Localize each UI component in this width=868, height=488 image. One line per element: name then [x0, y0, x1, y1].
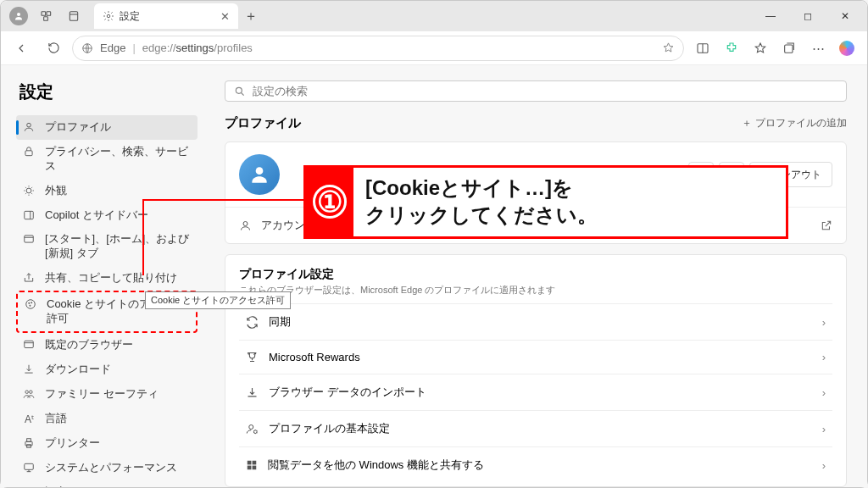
sidebar-item-start-home-newtab[interactable]: [スタート]、[ホーム]、および [新規] タブ — [16, 227, 198, 266]
maximize-button[interactable]: ◻ — [789, 3, 826, 29]
setting-row-import[interactable]: ブラウザー データのインポート› — [239, 374, 832, 410]
sidebar-item-share[interactable]: 共有、コピーして貼り付け — [16, 266, 198, 291]
extensions-icon[interactable] — [718, 35, 745, 62]
windows-icon — [246, 459, 258, 471]
sidebar-item-downloads[interactable]: ダウンロード — [16, 358, 198, 382]
url-separator: | — [132, 42, 135, 54]
minimize-button[interactable]: ― — [752, 3, 789, 29]
sidebar-item-copilot-sidebar[interactable]: Copilot とサイドバー — [16, 203, 198, 228]
profile-heading: プロファイル — [225, 115, 301, 131]
appearance-icon — [23, 185, 36, 197]
svg-rect-16 — [25, 236, 34, 242]
favorite-icon[interactable] — [662, 42, 675, 54]
settings-search-input[interactable] — [253, 85, 837, 97]
download-icon — [23, 363, 36, 375]
sidebar-item-privacy[interactable]: プライバシー、検索、サービス — [16, 140, 198, 179]
svg-rect-4 — [70, 12, 77, 21]
setting-row-sync[interactable]: 同期› — [239, 303, 832, 340]
svg-rect-26 — [25, 442, 32, 446]
profile-avatar — [239, 154, 280, 195]
settings-search[interactable] — [225, 80, 847, 102]
instruction-text: [Cookieとサイト…]を クリックしてください。 — [353, 168, 609, 236]
svg-point-37 — [256, 167, 264, 175]
sidebar-item-system[interactable]: システムとパフォーマンス — [16, 456, 198, 480]
svg-rect-1 — [42, 12, 46, 16]
address-bar-row: Edge | edge://settings/profiles ⋯ — [1, 31, 867, 65]
sidebar-heading: 設定 — [16, 80, 198, 103]
chevron-right-icon: › — [822, 351, 826, 363]
setting-row-windows-share[interactable]: 閲覧データを他の Windows 機能と共有する› — [239, 446, 832, 483]
split-screen-icon[interactable] — [689, 35, 716, 62]
setting-row-rewards[interactable]: Microsoft Rewards› — [239, 340, 832, 374]
svg-point-20 — [31, 302, 32, 303]
close-window-button[interactable]: ✕ — [826, 3, 864, 29]
svg-rect-3 — [44, 17, 48, 21]
back-button[interactable] — [8, 35, 35, 62]
svg-point-11 — [27, 123, 31, 127]
svg-point-38 — [243, 222, 248, 226]
svg-point-6 — [107, 14, 110, 18]
svg-rect-14 — [25, 211, 34, 219]
profile-avatar-button[interactable] — [9, 7, 28, 25]
share-icon — [23, 272, 36, 284]
more-icon[interactable]: ⋯ — [804, 35, 832, 62]
person-gear-icon — [246, 423, 259, 435]
svg-point-24 — [25, 391, 29, 394]
printer-icon — [23, 437, 36, 449]
svg-point-19 — [29, 302, 30, 303]
workspaces-icon[interactable] — [33, 4, 60, 28]
url-brand: Edge — [100, 42, 125, 54]
external-link-icon — [821, 219, 832, 231]
svg-point-21 — [30, 305, 31, 306]
sidebar-item-default-browser[interactable]: 既定のブラウザー — [16, 333, 198, 358]
svg-rect-10 — [785, 45, 793, 53]
url-path: edge://settings/profiles — [142, 42, 655, 54]
svg-rect-22 — [25, 341, 34, 347]
browser-tab-settings[interactable]: 設定 ✕ — [94, 3, 238, 29]
family-icon — [23, 388, 36, 400]
setting-row-basic[interactable]: プロファイルの基本設定› — [239, 410, 832, 446]
profile-nav-icon — [23, 121, 36, 133]
tab-title: 設定 — [120, 9, 140, 24]
sidebar-item-reset[interactable]: 設定のリセット — [16, 480, 198, 487]
sidebar-item-family[interactable]: ファミリー セーフティ — [16, 382, 198, 407]
svg-rect-42 — [253, 461, 257, 465]
refresh-button[interactable] — [40, 35, 67, 62]
svg-point-25 — [30, 391, 33, 394]
close-tab-icon[interactable]: ✕ — [220, 10, 230, 23]
svg-rect-44 — [253, 466, 257, 470]
chevron-right-icon: › — [822, 459, 826, 472]
tab-actions-icon[interactable] — [60, 4, 87, 28]
svg-point-13 — [26, 188, 31, 193]
tab-icon — [23, 233, 36, 245]
cookie-icon — [25, 298, 38, 310]
profile-settings-desc: これらのブラウザー設定は、Microsoft Edge のプロファイルに適用され… — [239, 284, 832, 297]
lock-icon — [23, 146, 36, 158]
settings-main: プロファイル ＋プロファイルの追加 ⋯ サインアウト — [204, 65, 867, 487]
edge-logo-icon — [81, 42, 93, 54]
import-icon — [246, 386, 259, 399]
svg-line-36 — [242, 92, 244, 95]
sync-icon — [246, 316, 259, 329]
favorites-icon[interactable] — [747, 35, 774, 62]
collections-icon[interactable] — [776, 35, 803, 62]
chevron-right-icon: › — [822, 316, 826, 329]
tooltip-cookies: Cookie とサイトのアクセス許可 — [145, 291, 291, 309]
titlebar: 設定 ✕ ＋ ― ◻ ✕ — [1, 1, 867, 31]
settings-sidebar: 設定 プロファイル プライバシー、検索、サービス 外観 Copilot とサイド… — [1, 65, 204, 487]
sidebar-item-profiles[interactable]: プロファイル — [16, 115, 198, 140]
add-profile-button[interactable]: ＋プロファイルの追加 — [742, 116, 847, 130]
sidebar-item-printers[interactable]: プリンター — [16, 431, 198, 456]
new-tab-button[interactable]: ＋ — [238, 8, 264, 25]
instruction-number: ① — [313, 185, 347, 219]
svg-rect-43 — [248, 466, 252, 470]
svg-rect-41 — [248, 461, 252, 465]
plus-icon: ＋ — [742, 116, 752, 130]
gear-icon — [103, 10, 114, 22]
browser-window: 設定 ✕ ＋ ― ◻ ✕ Edge | edge://settings/prof… — [0, 0, 868, 488]
language-icon: Aᵗ — [23, 413, 36, 427]
copilot-icon[interactable] — [833, 35, 860, 62]
svg-point-35 — [236, 87, 242, 93]
sidebar-item-languages[interactable]: Aᵗ言語 — [16, 407, 198, 432]
address-bar[interactable]: Edge | edge://settings/profiles — [72, 36, 684, 61]
